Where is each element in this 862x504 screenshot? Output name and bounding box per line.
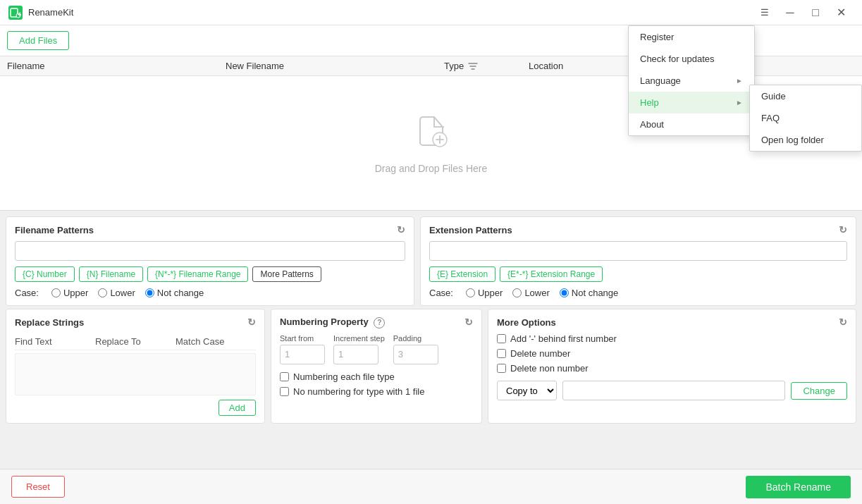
- filename-case-upper-label[interactable]: Upper: [63, 288, 88, 298]
- help-submenu-arrow: ►: [736, 99, 743, 106]
- extension-pattern-input[interactable]: [429, 241, 847, 261]
- ext-case-upper-radio[interactable]: [466, 288, 475, 297]
- close-button[interactable]: ✕: [828, 0, 854, 25]
- ext-case-notchange-group: Not change: [560, 288, 619, 298]
- add-dash-checkbox[interactable]: [497, 334, 506, 343]
- help-item-open-log[interactable]: Open log folder: [750, 129, 861, 151]
- delete-number-checkbox[interactable]: [497, 349, 506, 358]
- case-upper-group: Upper: [51, 288, 88, 298]
- more-options-panel: More Options ↻ Add '-' behind first numb…: [488, 309, 856, 424]
- replace-table-header: Find Text Replace To Match Case: [15, 333, 256, 350]
- filename-case-notchange-radio[interactable]: [145, 288, 154, 297]
- increment-label: Increment step: [333, 334, 385, 343]
- drop-icon: [413, 113, 450, 157]
- menu-item-register[interactable]: Register: [629, 26, 754, 48]
- col-header-type: Type: [444, 61, 529, 71]
- copy-to-row: Copy to Move to Change: [497, 381, 847, 400]
- svg-text:+: +: [18, 9, 22, 18]
- extension-patterns-refresh[interactable]: ↻: [839, 224, 847, 235]
- btn-number[interactable]: {C} Number: [15, 266, 75, 282]
- filename-patterns-refresh[interactable]: ↻: [397, 224, 405, 235]
- numbering-property-panel: Numbering Property ? ↻ Start from Increm…: [271, 309, 482, 424]
- padding-input[interactable]: [393, 345, 438, 364]
- each-filetype-checkbox[interactable]: [280, 372, 289, 381]
- filter-icon[interactable]: [468, 61, 478, 71]
- col-header-new-filename: New Filename: [226, 61, 444, 71]
- filename-case-row: Case: Upper Lower Not change: [15, 288, 405, 298]
- menu-button[interactable]: ☰: [752, 0, 777, 25]
- lower-panels: Replace Strings ↻ Find Text Replace To M…: [0, 309, 862, 429]
- extension-case-row: Case: Upper Lower Not change: [429, 288, 847, 298]
- numbering-each-filetype-row: Numbering each file type: [280, 371, 473, 382]
- delete-non-number-checkbox[interactable]: [497, 364, 506, 373]
- case-notchange-group: Not change: [145, 288, 204, 298]
- each-filetype-label[interactable]: Numbering each file type: [293, 371, 395, 382]
- numbering-info-icon[interactable]: ?: [374, 317, 385, 328]
- numbering-fields-row: Start from Increment step Padding: [280, 334, 473, 364]
- app-icon: +: [8, 6, 23, 20]
- copy-to-select[interactable]: Copy to Move to: [497, 381, 557, 400]
- ext-case-lower-radio[interactable]: [512, 288, 522, 297]
- ext-case-lower-group: Lower: [512, 288, 549, 298]
- btn-filename-range[interactable]: {N*-*} Filename Range: [147, 266, 248, 282]
- replace-col-replace: Replace To: [95, 336, 176, 347]
- change-button[interactable]: Change: [791, 382, 847, 400]
- filename-pattern-input[interactable]: [15, 241, 405, 261]
- filename-case-notchange-label[interactable]: Not change: [157, 288, 204, 298]
- btn-extension-range[interactable]: {E*-*} Extension Range: [500, 266, 603, 282]
- copy-to-input[interactable]: [562, 381, 785, 400]
- bottom-bar: Reset Batch Rename: [0, 469, 862, 504]
- btn-more-patterns[interactable]: More Patterns: [252, 266, 321, 282]
- minimize-button[interactable]: ─: [777, 0, 803, 25]
- add-dash-row: Add '-' behind first number: [497, 333, 847, 344]
- filename-case-lower-radio[interactable]: [98, 288, 107, 297]
- help-submenu: Guide FAQ Open log folder: [749, 85, 862, 152]
- ext-case-notchange-radio[interactable]: [560, 288, 569, 297]
- add-files-button[interactable]: Add Files: [7, 31, 69, 50]
- menu-item-help[interactable]: Help ►: [629, 92, 754, 113]
- replace-add-row: Add: [15, 400, 256, 416]
- btn-extension[interactable]: {E} Extension: [429, 266, 495, 282]
- replace-strings-title: Replace Strings: [15, 317, 84, 328]
- menu-item-language[interactable]: Language ►: [629, 70, 754, 92]
- ext-case-upper-label[interactable]: Upper: [478, 288, 503, 298]
- help-item-guide[interactable]: Guide: [750, 85, 861, 107]
- replace-strings-refresh[interactable]: ↻: [247, 316, 256, 328]
- replace-strings-panel: Replace Strings ↻ Find Text Replace To M…: [6, 309, 265, 424]
- delete-number-row: Delete number: [497, 348, 847, 359]
- numbering-property-title: Numbering Property ?: [280, 316, 385, 328]
- replace-table-body: [15, 353, 256, 395]
- btn-filename[interactable]: {N} Filename: [79, 266, 143, 282]
- menu-item-about[interactable]: About: [629, 113, 754, 135]
- menu-item-check-updates[interactable]: Check for updates: [629, 48, 754, 70]
- delete-number-label[interactable]: Delete number: [510, 348, 570, 359]
- batch-rename-button[interactable]: Batch Rename: [746, 476, 851, 498]
- add-replace-button[interactable]: Add: [218, 400, 256, 416]
- titlebar: + RenameKit ☰ ─ □ ✕: [0, 0, 862, 25]
- ext-case-lower-label[interactable]: Lower: [524, 288, 549, 298]
- start-from-input[interactable]: [280, 345, 325, 364]
- add-dash-label[interactable]: Add '-' behind first number: [510, 333, 617, 344]
- main-dropdown-menu: Register Check for updates Language ► He…: [628, 25, 755, 136]
- replace-col-match: Match Case: [176, 336, 256, 347]
- window-controls: ☰ ─ □ ✕: [752, 0, 854, 25]
- app-title: RenameKit: [28, 7, 752, 18]
- delete-non-number-label[interactable]: Delete non number: [510, 363, 589, 374]
- panels-container: Filename Patterns ↻ {C} Number {N} Filen…: [0, 211, 862, 429]
- delete-non-number-row: Delete non number: [497, 363, 847, 374]
- no-numbering-checkbox[interactable]: [280, 387, 289, 396]
- increment-field: Increment step: [333, 334, 385, 364]
- no-numbering-label[interactable]: No numbering for type with 1 file: [293, 386, 424, 397]
- filename-case-upper-radio[interactable]: [51, 288, 61, 297]
- reset-button[interactable]: Reset: [11, 476, 65, 498]
- filename-patterns-panel: Filename Patterns ↻ {C} Number {N} Filen…: [6, 216, 414, 306]
- increment-input[interactable]: [333, 345, 378, 364]
- more-options-refresh[interactable]: ↻: [839, 316, 847, 328]
- maximize-button[interactable]: □: [803, 0, 828, 25]
- ext-case-notchange-label[interactable]: Not change: [572, 288, 619, 298]
- filename-case-lower-label[interactable]: Lower: [110, 288, 135, 298]
- help-item-faq[interactable]: FAQ: [750, 107, 861, 129]
- extension-pattern-buttons: {E} Extension {E*-*} Extension Range: [429, 266, 847, 282]
- numbering-refresh[interactable]: ↻: [464, 316, 473, 328]
- start-from-label: Start from: [280, 334, 325, 343]
